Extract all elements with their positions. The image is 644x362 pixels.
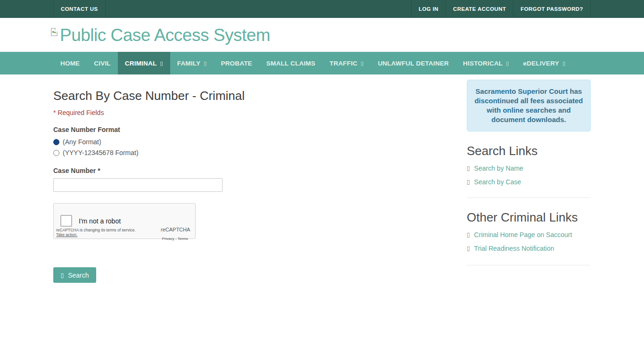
- recaptcha-take-action-link[interactable]: Take action.: [56, 232, 77, 237]
- recaptcha-brand-name: reCAPTCHA: [161, 227, 190, 232]
- recaptcha-notice-text: reCAPTCHA is changing its terms of servi…: [56, 228, 136, 232]
- search-icon: ▯: [61, 272, 64, 279]
- top-utility-bar: CONTACT US LOG IN CREATE ACCOUNT FORGOT …: [0, 0, 644, 18]
- main-content: Search By Case Number - Criminal * Requi…: [53, 74, 467, 283]
- nav-link-edelivery[interactable]: eDELIVERY▯: [516, 52, 573, 74]
- search-by-name-link[interactable]: Search by Name: [474, 165, 523, 172]
- nav-link-traffic[interactable]: TRAFFIC▯: [322, 52, 371, 74]
- search-button-label: Search: [68, 272, 89, 279]
- list-item: ▯ Criminal Home Page on Saccourt: [467, 231, 591, 239]
- topbar-item-contact-us[interactable]: CONTACT US: [53, 0, 106, 18]
- radio-option-yyyy-format[interactable]: (YYYY-12345678 Format): [53, 149, 460, 156]
- nav-item-probate[interactable]: PROBATE: [214, 52, 259, 74]
- link-bullet-icon: ▯: [467, 179, 470, 185]
- nav-item-historical[interactable]: HISTORICAL▯: [456, 52, 516, 74]
- sidebar: Sacramento Superior Court has discontinu…: [467, 74, 591, 265]
- site-logo[interactable]: Public Case Access System: [50, 26, 270, 44]
- radio-any-format[interactable]: [53, 139, 59, 145]
- sidebar-divider: [467, 197, 591, 198]
- radio-any-format-label: (Any Format): [63, 138, 101, 146]
- nav-link-probate[interactable]: PROBATE: [214, 52, 259, 74]
- nav-link-criminal[interactable]: CRIMINAL▯: [118, 52, 170, 74]
- recaptcha-widget: I'm not a robot reCAPTCHA is changing it…: [53, 203, 196, 239]
- broken-image-icon: [50, 27, 59, 39]
- log-in-link[interactable]: LOG IN: [419, 6, 438, 12]
- recaptcha-checkbox[interactable]: [60, 215, 72, 227]
- main-navbar: HOME CIVIL CRIMINAL▯ FAMILY▯ PROBATE SMA…: [0, 52, 644, 74]
- other-criminal-links-list: ▯ Criminal Home Page on Saccourt ▯ Trial…: [467, 231, 591, 252]
- page-title: Search By Case Number - Criminal: [53, 89, 460, 103]
- nav-link-unlawful-detainer[interactable]: UNLAWFUL DETAINER: [371, 52, 456, 74]
- site-header: Public Case Access System: [0, 18, 644, 52]
- list-item: ▯ Trial Readiness Notification: [467, 245, 591, 252]
- nav-item-unlawful-detainer[interactable]: UNLAWFUL DETAINER: [371, 52, 456, 74]
- list-item: ▯ Search by Name: [467, 165, 591, 172]
- nav-link-civil[interactable]: CIVIL: [87, 52, 118, 74]
- recaptcha-brand-links: Privacy - Terms: [162, 237, 188, 241]
- nav-item-family[interactable]: FAMILY▯: [170, 52, 214, 74]
- link-bullet-icon: ▯: [467, 231, 470, 238]
- logo-text: Public Case Access System: [60, 26, 270, 44]
- trial-readiness-notification-link[interactable]: Trial Readiness Notification: [474, 245, 554, 252]
- nav-item-traffic[interactable]: TRAFFIC▯: [322, 52, 371, 74]
- radio-option-any-format[interactable]: (Any Format): [53, 138, 460, 146]
- nav-link-family[interactable]: FAMILY▯: [170, 52, 214, 74]
- nav-item-home[interactable]: HOME: [53, 52, 87, 74]
- nav-link-small-claims[interactable]: SMALL CLAIMS: [259, 52, 322, 74]
- chevron-down-icon: ▯: [562, 60, 565, 66]
- nav-link-home[interactable]: HOME: [53, 52, 87, 74]
- nav-item-small-claims[interactable]: SMALL CLAIMS: [259, 52, 322, 74]
- topbar-item-create-account[interactable]: CREATE ACCOUNT: [446, 0, 513, 18]
- radio-yyyy-format-label: (YYYY-12345678 Format): [63, 149, 139, 156]
- other-criminal-links-heading: Other Criminal Links: [467, 210, 591, 225]
- nav-item-edelivery[interactable]: eDELIVERY▯: [516, 52, 573, 74]
- create-account-link[interactable]: CREATE ACCOUNT: [453, 6, 506, 12]
- chevron-down-icon: ▯: [361, 60, 363, 66]
- nav-item-civil[interactable]: CIVIL: [87, 52, 118, 74]
- search-links-heading: Search Links: [467, 144, 591, 158]
- recaptcha-terms-link[interactable]: Terms: [178, 237, 188, 241]
- required-fields-note: * Required Fields: [53, 109, 460, 116]
- fees-notice-box: Sacramento Superior Court has discontinu…: [467, 80, 591, 132]
- recaptcha-links-separator: -: [175, 237, 177, 241]
- chevron-down-icon: ▯: [506, 60, 509, 66]
- search-by-case-link[interactable]: Search by Case: [474, 178, 521, 186]
- topbar-item-log-in[interactable]: LOG IN: [411, 0, 446, 18]
- topbar-item-forgot-password[interactable]: FORGOT PASSWORD?: [513, 0, 591, 18]
- nav-item-criminal[interactable]: CRIMINAL▯: [118, 52, 170, 74]
- recaptcha-brand: reCAPTCHA Privacy - Terms: [161, 225, 189, 242]
- search-button[interactable]: ▯ Search: [53, 267, 96, 283]
- radio-yyyy-format[interactable]: [53, 150, 59, 156]
- list-item: ▯ Search by Case: [467, 178, 591, 186]
- chevron-down-icon: ▯: [204, 60, 206, 66]
- search-links-list: ▯ Search by Name ▯ Search by Case: [467, 165, 591, 186]
- recaptcha-label: I'm not a robot: [79, 217, 121, 225]
- nav-link-historical[interactable]: HISTORICAL▯: [456, 52, 516, 74]
- case-number-label: Case Number *: [53, 167, 460, 174]
- topbar-left-menu: CONTACT US: [53, 0, 106, 18]
- chevron-down-icon: ▯: [160, 60, 163, 66]
- forgot-password-link[interactable]: FORGOT PASSWORD?: [520, 6, 583, 12]
- link-bullet-icon: ▯: [467, 165, 470, 172]
- topbar-right-menu: LOG IN CREATE ACCOUNT FORGOT PASSWORD?: [411, 0, 591, 18]
- case-number-input[interactable]: [53, 178, 223, 192]
- sidebar-divider: [467, 265, 591, 265]
- link-bullet-icon: ▯: [467, 245, 470, 252]
- recaptcha-privacy-link[interactable]: Privacy: [162, 237, 174, 241]
- contact-us-link[interactable]: CONTACT US: [61, 6, 98, 12]
- case-number-format-label: Case Number Format: [53, 126, 460, 133]
- criminal-home-page-link[interactable]: Criminal Home Page on Saccourt: [474, 231, 572, 239]
